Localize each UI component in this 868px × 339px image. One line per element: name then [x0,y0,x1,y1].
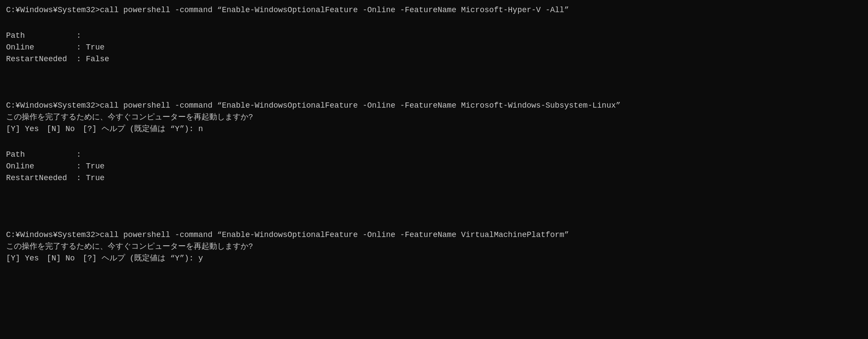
command-vmp: C:¥Windows¥System32>call powershell -com… [6,229,862,241]
output-hyper-v-path: Path : [6,30,862,42]
block-hyper-v: C:¥Windows¥System32>call powershell -com… [6,4,862,16]
terminal-window: C:¥Windows¥System32>call powershell -com… [6,4,862,264]
command-wsl: C:¥Windows¥System32>call powershell -com… [6,100,862,112]
output-wsl-online: Online : True [6,161,862,172]
spacer-2 [6,69,862,79]
yn-prompt-wsl: [Y] Yes [N] No [?] ヘルプ (既定値は “Y”): n [6,123,862,135]
command-hyper-v: C:¥Windows¥System32>call powershell -com… [6,4,862,16]
spacer-4 [6,89,862,100]
japanese-prompt-wsl: この操作を完了するために、今すぐコンピューターを再起動しますか? [6,112,862,123]
spacer-8 [6,208,862,219]
spacer-3 [6,79,862,89]
output-hyper-v: Path : Online : True RestartNeeded : Fal… [6,30,862,65]
output-wsl: Path : Online : True RestartNeeded : Tru… [6,149,862,184]
output-wsl-path: Path : [6,149,862,161]
block-wsl: C:¥Windows¥System32>call powershell -com… [6,100,862,135]
output-wsl-restart: RestartNeeded : True [6,172,862,184]
output-hyper-v-online: Online : True [6,42,862,53]
output-hyper-v-restart: RestartNeeded : False [6,53,862,65]
spacer-6 [6,188,862,198]
spacer-7 [6,198,862,208]
spacer-5 [6,138,862,149]
spacer-9 [6,219,862,229]
block-vmp: C:¥Windows¥System32>call powershell -com… [6,229,862,264]
yn-prompt-vmp: [Y] Yes [N] No [?] ヘルプ (既定値は “Y”): y [6,253,862,264]
spacer-1 [6,20,862,30]
japanese-prompt-vmp: この操作を完了するために、今すぐコンピューターを再起動しますか? [6,241,862,253]
